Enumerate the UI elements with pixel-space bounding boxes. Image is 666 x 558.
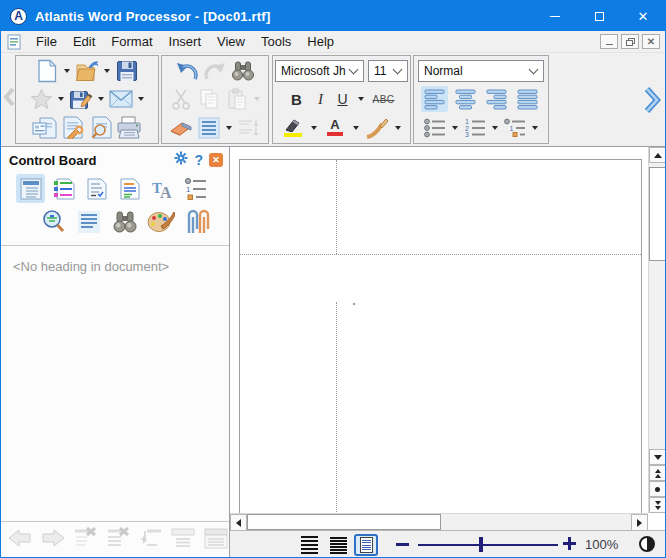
horizontal-scrollbar[interactable] xyxy=(230,513,648,530)
scroll-right-button[interactable] xyxy=(631,514,648,531)
help-icon[interactable]: ? xyxy=(194,152,203,168)
copy-button[interactable] xyxy=(196,86,222,112)
new-document-button[interactable] xyxy=(34,58,60,84)
send-mail-button[interactable] xyxy=(108,86,134,112)
redo-button[interactable] xyxy=(202,58,228,84)
zoom-pane-button[interactable] xyxy=(38,207,67,236)
justify-button[interactable] xyxy=(514,86,541,112)
zoom-out-button[interactable] xyxy=(396,543,409,546)
align-right-button[interactable] xyxy=(483,86,510,112)
menu-format[interactable]: Format xyxy=(103,31,160,52)
print-layout-button[interactable] xyxy=(354,534,378,556)
horizontal-scroll-thumb[interactable] xyxy=(247,514,441,530)
cut-button[interactable] xyxy=(168,86,194,112)
bullet-list-dropdown-icon[interactable] xyxy=(452,126,458,130)
print-preview-button[interactable] xyxy=(88,115,114,141)
browse-object-button[interactable] xyxy=(649,481,665,497)
clips-pane-button[interactable] xyxy=(182,207,211,236)
select-block-button[interactable] xyxy=(196,115,222,141)
outline-pane-button[interactable]: 1 xyxy=(181,174,210,203)
bullet-list-button[interactable] xyxy=(422,115,448,141)
menu-edit[interactable]: Edit xyxy=(65,31,103,52)
style-combo[interactable]: Normal xyxy=(418,60,544,82)
scroll-up-button[interactable] xyxy=(649,147,665,163)
open-dropdown-icon[interactable] xyxy=(104,69,110,73)
zoom-slider-track[interactable] xyxy=(418,544,558,546)
open-document-button[interactable] xyxy=(74,58,100,84)
numbered-list-button[interactable]: 123 xyxy=(462,115,488,141)
scroll-left-button[interactable] xyxy=(230,514,247,531)
numbered-list-dropdown-icon[interactable] xyxy=(492,126,498,130)
align-center-button[interactable] xyxy=(452,86,479,112)
underline-dropdown-icon[interactable] xyxy=(358,97,364,101)
save-button[interactable] xyxy=(114,58,140,84)
scroll-toolbars-right-icon[interactable] xyxy=(643,86,661,118)
italic-button[interactable]: I xyxy=(312,86,330,112)
zoom-in-button[interactable] xyxy=(563,537,576,550)
child-close-button[interactable]: ✕ xyxy=(642,34,660,49)
new-dropdown-icon[interactable] xyxy=(64,69,70,73)
fields-pane-button[interactable] xyxy=(115,174,144,203)
vertical-scrollbar[interactable] xyxy=(648,147,665,513)
demote-heading-button[interactable] xyxy=(139,527,163,553)
menu-insert[interactable]: Insert xyxy=(161,31,210,52)
eraser-button[interactable] xyxy=(168,115,194,141)
save-as-button[interactable] xyxy=(68,86,94,112)
search-pane-button[interactable] xyxy=(110,207,139,236)
send-mail-dropdown-icon[interactable] xyxy=(138,97,144,101)
favorites-button[interactable] xyxy=(28,86,54,112)
document-viewport[interactable] xyxy=(230,147,665,513)
vertical-scroll-thumb[interactable] xyxy=(649,167,665,261)
paste-button[interactable] xyxy=(224,86,250,112)
minimize-button[interactable] xyxy=(533,1,577,31)
headings-pane-button[interactable] xyxy=(16,174,45,203)
sort-paragraphs-button[interactable] xyxy=(236,115,262,141)
highlight-button[interactable] xyxy=(280,115,306,141)
print-button[interactable] xyxy=(116,115,142,141)
align-left-button[interactable] xyxy=(421,86,448,112)
highlight-dropdown-icon[interactable] xyxy=(311,126,317,130)
fonts-pane-button[interactable]: TA xyxy=(148,174,177,203)
paragraph-pane-button[interactable] xyxy=(74,207,103,236)
list-b-button[interactable] xyxy=(203,527,229,553)
remove-heading-button[interactable] xyxy=(73,527,99,553)
next-page-button[interactable] xyxy=(649,497,665,513)
menu-tools[interactable]: Tools xyxy=(253,31,299,52)
remove-all-headings-button[interactable] xyxy=(106,527,132,553)
strikethrough-button[interactable]: ABC xyxy=(371,86,397,112)
zoom-slider-handle[interactable] xyxy=(479,537,483,552)
document-system-icon[interactable] xyxy=(7,34,21,50)
font-name-combo[interactable]: Microsoft Jh xyxy=(275,60,364,82)
draft-view-button[interactable] xyxy=(297,534,321,556)
underline-button[interactable]: U xyxy=(335,86,351,112)
colors-pane-button[interactable] xyxy=(146,207,175,236)
maximize-button[interactable] xyxy=(577,1,621,31)
styles-pane-button[interactable] xyxy=(49,174,78,203)
settings-gear-icon[interactable] xyxy=(174,151,188,169)
menu-view[interactable]: View xyxy=(209,31,253,52)
scroll-down-button[interactable] xyxy=(649,449,665,465)
menu-file[interactable]: File xyxy=(28,31,65,52)
document-properties-button[interactable] xyxy=(32,115,58,141)
font-size-combo[interactable]: 11 xyxy=(368,60,408,82)
forward-button[interactable] xyxy=(40,528,66,552)
child-restore-button[interactable] xyxy=(621,34,639,49)
proof-pane-button[interactable] xyxy=(82,174,111,203)
find-binoculars-button[interactable] xyxy=(230,58,256,84)
favorites-dropdown-icon[interactable] xyxy=(58,97,64,101)
list-a-button[interactable] xyxy=(170,527,196,553)
close-button[interactable]: ✕ xyxy=(621,1,665,31)
back-button[interactable] xyxy=(7,528,33,552)
paste-dropdown-icon[interactable] xyxy=(254,97,260,101)
full-screen-contrast-icon[interactable] xyxy=(639,536,655,552)
document-page[interactable] xyxy=(239,159,642,513)
multilevel-list-button[interactable]: 1 xyxy=(502,115,528,141)
menu-help[interactable]: Help xyxy=(299,31,342,52)
document-options-button[interactable] xyxy=(60,115,86,141)
child-minimize-button[interactable] xyxy=(600,34,618,49)
format-painter-button[interactable] xyxy=(364,115,390,141)
select-block-dropdown-icon[interactable] xyxy=(226,126,232,130)
save-as-dropdown-icon[interactable] xyxy=(98,97,104,101)
bold-button[interactable]: B xyxy=(287,86,307,112)
undo-button[interactable] xyxy=(174,58,200,84)
